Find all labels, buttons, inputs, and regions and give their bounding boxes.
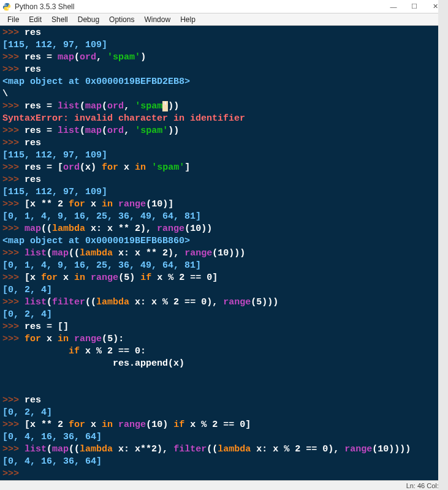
code-line: \ [2, 89, 8, 99]
string: 'spam' [135, 126, 168, 136]
builtin: filter [52, 297, 85, 307]
code-line: res.append(x) [2, 358, 184, 369]
output-line: <map object at 0x0000019BEFB6B860> [2, 236, 190, 246]
builtin: ord [107, 126, 124, 136]
menu-window[interactable]: Window [139, 14, 175, 25]
output-line: [0, 4, 16, 36, 64] [2, 456, 102, 467]
menu-file[interactable]: File [2, 14, 24, 25]
prompt: >>> [2, 28, 19, 38]
error-line: SyntaxError: invalid character in identi… [2, 113, 245, 124]
code-line: [x [25, 273, 41, 283]
window-title: Python 3.5.3 Shell [15, 2, 74, 11]
builtin: ord [63, 162, 80, 173]
menu-help[interactable]: Help [175, 14, 200, 25]
menu-options[interactable]: Options [104, 14, 139, 25]
prompt: >>> [2, 334, 19, 344]
builtin: range [118, 199, 146, 209]
code-line: [x ** 2 [25, 420, 69, 430]
menu-edit[interactable]: Edit [24, 14, 47, 25]
maximize-button[interactable]: ☐ [404, 0, 425, 13]
string: 'spam' [107, 52, 140, 62]
prompt: >>> [2, 162, 19, 173]
python-icon [2, 2, 11, 11]
keyword: for [69, 420, 85, 430]
cursor-highlight: ' [162, 101, 168, 111]
prompt: >>> [2, 64, 19, 75]
keyword: in [58, 334, 69, 344]
svg-point-0 [5, 4, 6, 4]
builtin: list [25, 297, 47, 307]
string: 'spam [135, 101, 162, 111]
prompt: >>> [2, 469, 19, 479]
builtin: filter [173, 444, 207, 454]
builtin: map [58, 52, 74, 62]
menu-debug[interactable]: Debug [73, 14, 104, 25]
output-line: [115, 112, 97, 109] [2, 187, 107, 197]
builtin: map [85, 101, 102, 111]
prompt: >>> [2, 52, 19, 62]
output-line: <map object at 0x0000019BEFBD2EB8> [2, 77, 190, 87]
builtin: map [85, 126, 102, 136]
output-line: [0, 1, 4, 9, 16, 25, 36, 49, 64, 81] [2, 260, 201, 271]
builtin: range [91, 273, 118, 283]
output-line: [0, 4, 16, 36, 64] [2, 432, 102, 442]
builtin: range [157, 224, 184, 234]
menu-shell[interactable]: Shell [47, 14, 73, 25]
keyword: lambda [80, 444, 113, 454]
builtin: list [25, 444, 47, 454]
code-line: res [25, 28, 41, 38]
prompt: >>> [2, 297, 19, 307]
keyword: in [102, 420, 113, 430]
keyword: for [25, 334, 41, 344]
output-line: [0, 1, 4, 9, 16, 25, 36, 49, 64, 81] [2, 211, 201, 222]
prompt: >>> [2, 101, 19, 111]
shell-output[interactable]: >>> res [115, 112, 97, 109] >>> res = ma… [0, 26, 448, 480]
minimize-button[interactable]: — [383, 0, 404, 13]
status-bar: Ln: 46 Col: 4 [0, 480, 448, 490]
builtin: map [52, 248, 69, 258]
builtin: range [74, 334, 102, 344]
builtin: map [52, 444, 69, 454]
code-line: res [25, 138, 41, 148]
prompt: >>> [2, 248, 19, 258]
builtin: range [184, 248, 212, 258]
prompt: >>> [2, 273, 19, 283]
builtin: list [58, 101, 80, 111]
keyword: if [69, 346, 80, 356]
keyword: lambda [96, 297, 129, 307]
keyword: for [69, 199, 85, 209]
vertical-scrollbar[interactable] [438, 26, 448, 480]
title-bar: Python 3.5.3 Shell — ☐ ✕ [0, 0, 448, 13]
output-line: [0, 2, 4] [2, 285, 52, 295]
prompt: >>> [2, 420, 19, 430]
builtin: range [344, 444, 372, 454]
builtin: map [25, 224, 41, 234]
menu-bar: File Edit Shell Debug Options Window Hel… [0, 13, 448, 26]
prompt: >>> [2, 138, 19, 148]
keyword: for [102, 162, 118, 173]
code-line: res = [ [25, 162, 63, 173]
keyword: if [173, 420, 184, 430]
keyword: for [41, 273, 58, 283]
builtin: list [58, 126, 80, 136]
output-line: [0, 2, 4] [2, 309, 52, 320]
builtin: range [223, 297, 251, 307]
builtin: ord [107, 101, 124, 111]
code-line: [x ** 2 [25, 199, 69, 209]
output-line: [115, 112, 97, 109] [2, 40, 107, 50]
code-line: res = [] [25, 322, 69, 332]
output-line: [115, 112, 97, 109] [2, 150, 107, 160]
code-line: res = [25, 52, 58, 62]
prompt: >>> [2, 199, 19, 209]
code-line: res [25, 175, 41, 185]
svg-point-1 [8, 9, 9, 9]
prompt: >>> [2, 126, 19, 136]
code-line: res [25, 64, 41, 75]
code-line: res [25, 395, 41, 405]
keyword: lambda [52, 224, 85, 234]
builtin: range [118, 420, 146, 430]
keyword: in [74, 273, 85, 283]
builtin: ord [80, 52, 96, 62]
keyword: lambda [218, 444, 251, 454]
builtin: list [25, 248, 47, 258]
